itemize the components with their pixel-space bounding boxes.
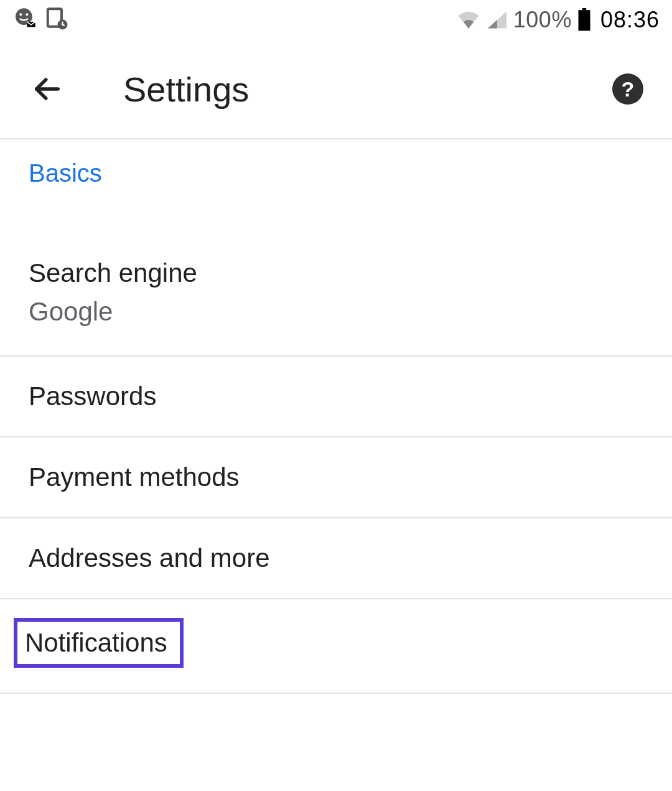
status-left <box>12 6 68 34</box>
settings-item-payment-methods[interactable]: Payment methods <box>0 438 672 518</box>
item-title: Notifications <box>25 628 167 657</box>
item-title: Addresses and more <box>29 543 643 573</box>
svg-rect-8 <box>578 10 590 30</box>
page-title: Settings <box>123 69 249 110</box>
signal-icon <box>486 9 508 30</box>
item-title: Payment methods <box>29 462 643 492</box>
settings-item-notifications[interactable]: Notifications <box>0 599 672 694</box>
svg-point-1 <box>19 13 22 16</box>
status-bar: ↕ 100% 08:36 <box>0 0 672 40</box>
status-time: 08:36 <box>600 7 660 33</box>
item-subtitle: Google <box>29 297 643 327</box>
battery-icon <box>577 8 592 32</box>
settings-item-search-engine[interactable]: Search engine Google <box>0 200 672 357</box>
app-icon <box>45 7 68 33</box>
settings-item-addresses[interactable]: Addresses and more <box>0 518 672 599</box>
notification-icon <box>12 6 37 34</box>
wifi-icon: ↕ <box>456 9 481 30</box>
help-button[interactable]: ? <box>612 73 643 105</box>
item-title: Passwords <box>29 381 643 411</box>
highlight-annotation: Notifications <box>14 618 184 668</box>
status-right: ↕ 100% 08:36 <box>456 7 660 33</box>
svg-point-2 <box>26 13 28 16</box>
settings-item-passwords[interactable]: Passwords <box>0 357 672 438</box>
svg-text:↕: ↕ <box>466 24 469 30</box>
item-title: Search engine <box>29 258 643 288</box>
svg-rect-7 <box>582 8 586 10</box>
app-bar: Settings ? <box>0 40 672 139</box>
help-icon: ? <box>622 77 635 101</box>
back-button[interactable] <box>29 70 66 108</box>
battery-percent: 100% <box>513 7 572 33</box>
section-basics-header: Basics <box>0 139 672 200</box>
